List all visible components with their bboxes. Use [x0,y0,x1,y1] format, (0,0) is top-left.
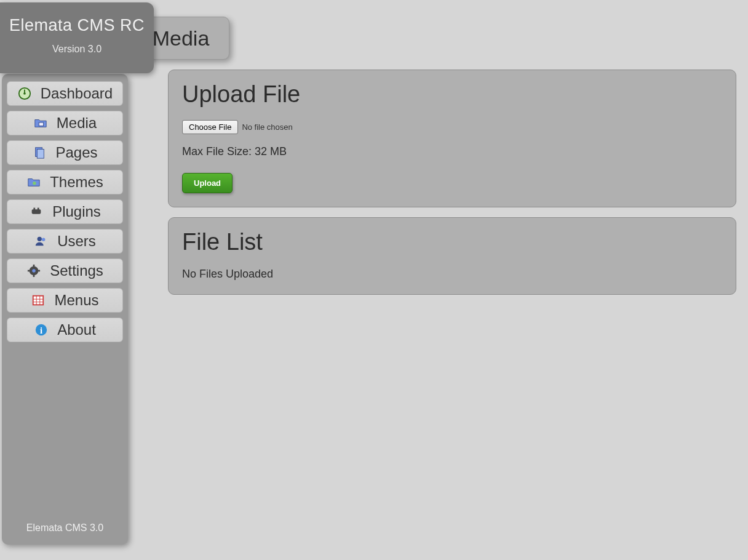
file-status-text: No file chosen [242,122,292,132]
file-input-row: Choose File No file chosen [182,120,722,134]
menus-icon [31,293,46,308]
upload-panel: Upload File Choose File No file chosen M… [168,70,736,207]
sidebar: Dashboard Media Pages Themes Plugins Use… [2,74,128,545]
about-icon: i [34,322,49,337]
users-icon [34,234,49,249]
brand-title: Elemata CMS RC [0,16,154,35]
sidebar-item-label: Themes [50,174,103,191]
svg-point-2 [23,92,26,95]
upload-heading: Upload File [182,81,722,108]
main-content: Upload File Choose File No file chosen M… [168,70,736,305]
pages-icon [32,145,47,160]
choose-file-button[interactable]: Choose File [182,120,238,134]
sidebar-item-themes[interactable]: Themes [7,170,123,194]
svg-point-10 [38,237,42,241]
svg-point-6 [33,182,36,185]
upload-button[interactable]: Upload [182,173,233,193]
sidebar-item-media[interactable]: Media [7,111,123,135]
sidebar-item-label: Media [57,114,97,132]
sidebar-item-settings[interactable]: Settings [7,258,123,283]
sidebar-item-plugins[interactable]: Plugins [7,199,123,224]
dashboard-icon [17,86,32,101]
svg-rect-7 [32,209,41,214]
sidebar-item-about[interactable]: i About [7,318,123,342]
svg-point-13 [32,269,36,273]
file-list-panel: File List No Files Uploaded [168,217,736,295]
svg-rect-5 [38,150,44,159]
sidebar-item-label: Menus [54,292,98,309]
sidebar-item-label: Settings [50,262,103,279]
file-list-empty-message: No Files Uploaded [182,268,722,281]
sidebar-item-users[interactable]: Users [7,229,123,254]
sidebar-item-label: Pages [55,144,97,161]
sidebar-item-label: Users [57,233,96,250]
page-title-text: Media [153,26,210,50]
brand-version: Version 3.0 [0,44,154,55]
themes-icon [26,175,41,190]
sidebar-item-pages[interactable]: Pages [7,140,123,165]
sidebar-footer: Elemata CMS 3.0 [2,522,128,534]
brand-header: Elemata CMS RC Version 3.0 [0,2,154,73]
svg-rect-8 [34,208,36,210]
sidebar-item-label: Plugins [52,203,101,220]
svg-text:i: i [40,326,42,335]
sidebar-item-dashboard[interactable]: Dashboard [7,81,123,106]
settings-icon [26,263,41,278]
svg-rect-9 [38,208,39,210]
max-file-size-text: Max File Size: 32 MB [182,145,722,158]
svg-point-11 [42,238,46,242]
file-list-heading: File List [182,229,722,255]
svg-rect-3 [39,122,43,126]
sidebar-item-label: Dashboard [41,85,113,102]
svg-rect-18 [33,296,44,305]
plugins-icon [29,204,44,219]
sidebar-item-menus[interactable]: Menus [7,288,123,313]
media-icon [33,116,48,130]
sidebar-item-label: About [57,321,96,338]
